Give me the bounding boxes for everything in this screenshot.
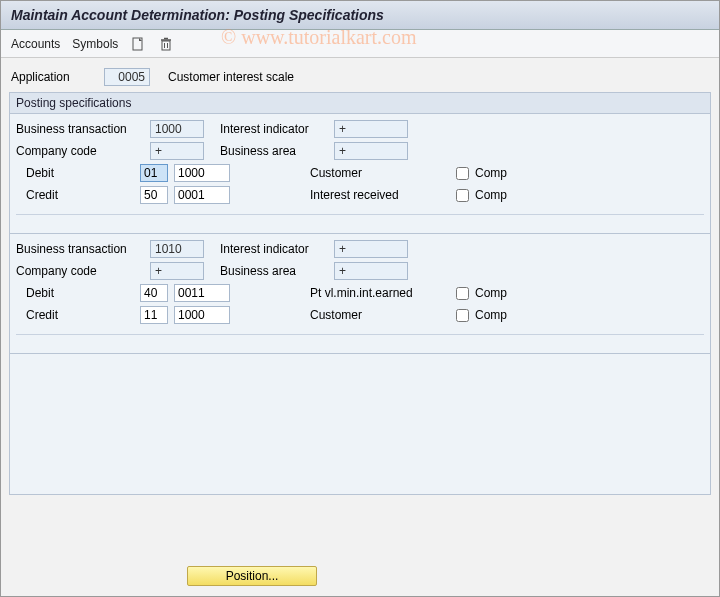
accounts-button[interactable]: Accounts <box>11 37 60 51</box>
credit-key-input[interactable] <box>140 306 168 324</box>
debit-comp-checkbox[interactable] <box>456 287 469 300</box>
credit-acct-input[interactable] <box>174 306 230 324</box>
application-value: 0005 <box>104 68 150 86</box>
interest-indicator-value: + <box>334 120 408 138</box>
debit-label: Debit <box>16 286 134 300</box>
company-code-label: Company code <box>16 264 144 278</box>
debit-comp-checkbox[interactable] <box>456 167 469 180</box>
application-label: Application <box>11 70 96 84</box>
debit-acct-input[interactable] <box>174 164 230 182</box>
comp-label: Comp <box>475 308 507 322</box>
credit-label: Credit <box>16 188 134 202</box>
page-title: Maintain Account Determination: Posting … <box>1 1 719 30</box>
sap-window: © www.tutorialkart.com Maintain Account … <box>0 0 720 597</box>
interest-indicator-label: Interest indicator <box>220 122 328 136</box>
comp-label: Comp <box>475 188 507 202</box>
interest-indicator-label: Interest indicator <box>220 242 328 256</box>
create-icon[interactable] <box>130 36 146 52</box>
divider <box>16 334 704 335</box>
business-transaction-label: Business transaction <box>16 122 144 136</box>
business-transaction-label: Business transaction <box>16 242 144 256</box>
symbols-button[interactable]: Symbols <box>72 37 118 51</box>
debit-key-input[interactable] <box>140 164 168 182</box>
comp-label: Comp <box>475 286 507 300</box>
empty-area <box>10 354 710 494</box>
interest-indicator-value: + <box>334 240 408 258</box>
credit-acct-input[interactable] <box>174 186 230 204</box>
content-area: Application 0005 Customer interest scale… <box>1 58 719 501</box>
business-transaction-value: 1010 <box>150 240 204 258</box>
comp-label: Comp <box>475 166 507 180</box>
toolbar: Accounts Symbols <box>1 30 719 58</box>
debit-label: Debit <box>16 166 134 180</box>
posting-block: Business transaction 1010 Interest indic… <box>10 234 710 354</box>
posting-block: Business transaction 1000 Interest indic… <box>10 114 710 234</box>
debit-acct-input[interactable] <box>174 284 230 302</box>
credit-label: Credit <box>16 308 134 322</box>
posting-spec-group: Posting specifications Business transact… <box>9 92 711 495</box>
credit-key-input[interactable] <box>140 186 168 204</box>
group-title: Posting specifications <box>10 92 710 114</box>
credit-desc: Interest received <box>310 188 444 202</box>
position-button[interactable]: Position... <box>187 566 317 586</box>
company-code-value: + <box>150 262 204 280</box>
application-desc: Customer interest scale <box>168 70 294 84</box>
debit-desc: Customer <box>310 166 444 180</box>
svg-rect-1 <box>162 41 170 50</box>
business-transaction-value: 1000 <box>150 120 204 138</box>
business-area-label: Business area <box>220 144 328 158</box>
credit-comp-checkbox[interactable] <box>456 189 469 202</box>
business-area-label: Business area <box>220 264 328 278</box>
company-code-value: + <box>150 142 204 160</box>
business-area-value: + <box>334 262 408 280</box>
delete-icon[interactable] <box>158 36 174 52</box>
debit-key-input[interactable] <box>140 284 168 302</box>
credit-desc: Customer <box>310 308 444 322</box>
debit-desc: Pt vl.min.int.earned <box>310 286 444 300</box>
business-area-value: + <box>334 142 408 160</box>
divider <box>16 214 704 215</box>
credit-comp-checkbox[interactable] <box>456 309 469 322</box>
company-code-label: Company code <box>16 144 144 158</box>
